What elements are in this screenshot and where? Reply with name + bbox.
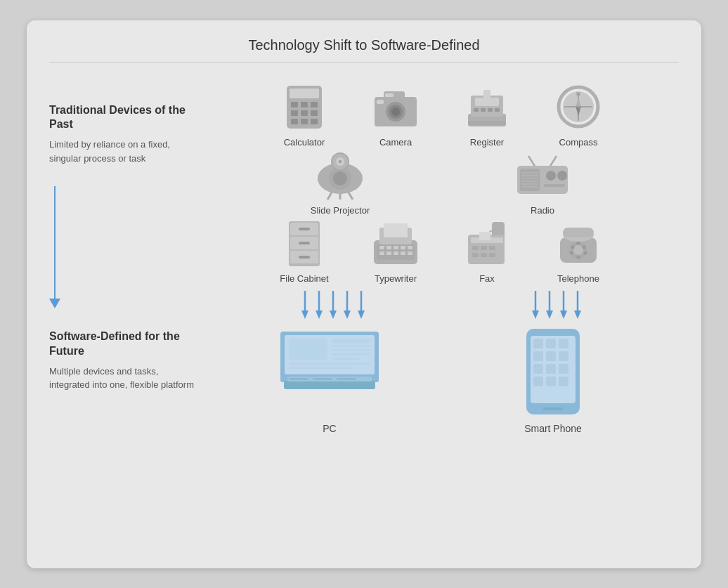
svg-rect-9 [301, 119, 308, 124]
compass-icon: N [553, 82, 604, 133]
svg-point-36 [333, 171, 347, 185]
device-file-cabinet: File Cabinet [266, 218, 343, 284]
svg-rect-136 [546, 339, 556, 348]
svg-point-97 [584, 251, 587, 255]
svg-rect-139 [546, 351, 556, 361]
svg-rect-146 [559, 377, 568, 386]
svg-rect-24 [495, 108, 500, 112]
svg-rect-22 [481, 108, 486, 112]
fax-icon [462, 218, 512, 269]
svg-rect-87 [489, 253, 495, 257]
traditional-heading: Traditional Devices of the Past [49, 103, 197, 133]
svg-rect-46 [520, 169, 540, 191]
svg-rect-85 [472, 253, 479, 257]
svg-rect-126 [332, 353, 370, 355]
svg-rect-1 [290, 89, 319, 98]
device-compass: N Compass [540, 82, 617, 148]
svg-rect-16 [377, 100, 384, 104]
svg-point-92 [573, 245, 583, 255]
svg-marker-102 [316, 311, 323, 319]
svg-line-40 [327, 192, 332, 200]
telephone-icon [553, 218, 604, 269]
software-section: Software-Defined for the Future Multiple… [49, 329, 197, 406]
svg-rect-122 [289, 339, 327, 360]
arrow-7 [545, 291, 554, 319]
svg-rect-147 [543, 407, 563, 410]
file-cabinet-label: File Cabinet [280, 273, 328, 284]
svg-rect-10 [311, 119, 318, 124]
svg-rect-8 [291, 119, 298, 124]
svg-rect-62 [299, 256, 310, 259]
svg-rect-26 [468, 121, 506, 125]
smartphone-svg [518, 326, 588, 417]
svg-rect-76 [408, 251, 412, 255]
register-icon [462, 82, 512, 133]
svg-rect-141 [533, 364, 543, 374]
svg-rect-75 [401, 251, 405, 255]
typewriter-icon [370, 218, 421, 269]
left-panel: Traditional Devices of the Past Limited … [49, 82, 204, 434]
svg-rect-123 [332, 339, 370, 343]
page-title: Technology Shift to Software-Defined [49, 37, 679, 63]
devices-row-3: File Cabinet [204, 218, 679, 284]
svg-rect-83 [481, 246, 487, 250]
svg-point-93 [577, 242, 580, 245]
arrow-3 [328, 291, 338, 319]
svg-rect-21 [474, 108, 479, 112]
svg-rect-82 [472, 246, 479, 250]
svg-rect-60 [299, 242, 310, 244]
telephone-label: Telephone [557, 273, 599, 284]
slide-projector-label: Slide Projector [311, 205, 370, 216]
svg-rect-142 [546, 364, 556, 374]
device-telephone: Telephone [540, 218, 617, 284]
svg-rect-2 [291, 102, 298, 107]
svg-rect-81 [479, 232, 490, 240]
svg-rect-7 [311, 110, 318, 116]
traditional-desc: Limited by reliance on a fixed, singular… [49, 138, 197, 165]
svg-point-94 [571, 246, 575, 249]
svg-point-39 [339, 160, 342, 163]
svg-rect-65 [384, 223, 408, 237]
devices-row-1: Calculator [204, 82, 679, 148]
svg-rect-70 [401, 246, 405, 249]
svg-rect-118 [284, 381, 375, 389]
svg-rect-17 [385, 93, 394, 97]
device-fax: Fax [448, 218, 526, 284]
arrow-2 [314, 291, 324, 319]
svg-rect-84 [489, 246, 495, 250]
svg-line-43 [528, 156, 535, 167]
device-register: Register [448, 82, 526, 148]
calculator-icon [279, 82, 330, 133]
svg-rect-55 [544, 184, 565, 187]
svg-marker-100 [301, 311, 308, 319]
svg-rect-20 [475, 98, 499, 106]
future-devices-row: PC [204, 326, 679, 434]
svg-rect-127 [332, 358, 360, 360]
svg-rect-143 [559, 364, 568, 374]
typewriter-label: Typewriter [375, 273, 417, 284]
svg-rect-3 [301, 102, 308, 107]
radio-icon [517, 150, 568, 201]
svg-rect-140 [559, 351, 568, 361]
arrows-left-group [300, 291, 366, 319]
fax-label: Fax [479, 273, 495, 284]
arrow-8 [559, 291, 568, 319]
device-typewriter: Typewriter [357, 218, 434, 284]
svg-rect-4 [311, 102, 318, 107]
smartphone-label: Smart Phone [524, 423, 582, 434]
svg-rect-73 [386, 251, 391, 255]
svg-point-96 [570, 251, 573, 255]
arrow-6 [531, 291, 540, 319]
svg-point-53 [546, 171, 556, 181]
future-device-pc: PC [266, 326, 393, 434]
svg-rect-5 [291, 110, 298, 116]
svg-marker-116 [574, 311, 581, 319]
svg-rect-135 [533, 339, 543, 348]
svg-rect-132 [337, 378, 356, 380]
svg-marker-108 [358, 311, 365, 319]
svg-line-41 [349, 192, 353, 200]
main-card: Technology Shift to Software-Defined Tra… [27, 20, 701, 568]
svg-rect-128 [289, 362, 370, 365]
calculator-label: Calculator [284, 137, 325, 148]
device-calculator: Calculator [266, 82, 343, 148]
